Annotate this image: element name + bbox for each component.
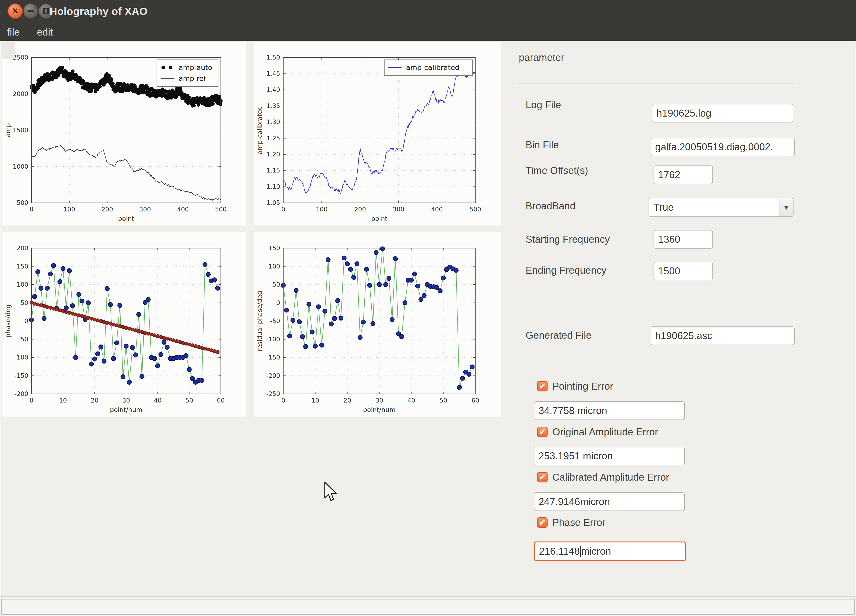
svg-text:500: 500 bbox=[215, 206, 227, 213]
chart-svg: 01002003004005001.051.101.151.201.251.30… bbox=[254, 41, 501, 226]
svg-text:50: 50 bbox=[21, 299, 28, 306]
plot-amp-panel: 01002003004005005001000150020002500point… bbox=[2, 41, 246, 226]
svg-text:1.45: 1.45 bbox=[266, 70, 280, 77]
app-window: × Holography of XAO file edit 0100200300… bbox=[0, 0, 856, 616]
svg-text:1.05: 1.05 bbox=[266, 199, 280, 206]
svg-text:10: 10 bbox=[311, 397, 319, 404]
check-icon: ✔ bbox=[539, 473, 546, 481]
svg-text:1.15: 1.15 bbox=[266, 167, 280, 174]
svg-text:1.30: 1.30 bbox=[266, 118, 280, 125]
original-amplitude-error-value-input[interactable]: 253.1951 micron bbox=[534, 447, 685, 465]
minimize-button[interactable] bbox=[23, 3, 38, 19]
bin-file-input[interactable]: galfa.20050519.diag.0002. bbox=[651, 138, 794, 156]
parameter-section-title: parameter bbox=[519, 52, 564, 63]
svg-text:-200: -200 bbox=[14, 390, 28, 397]
svg-text:-100: -100 bbox=[266, 336, 280, 343]
svg-text:-250: -250 bbox=[266, 390, 280, 397]
pointing-error-checkbox[interactable]: ✔ bbox=[537, 381, 548, 392]
svg-text:-50: -50 bbox=[18, 336, 28, 343]
maximize-icon bbox=[43, 8, 49, 14]
broadband-label: BroadBand bbox=[526, 199, 576, 213]
phase-error-checkbox[interactable]: ✔ bbox=[537, 517, 548, 528]
svg-text:1.40: 1.40 bbox=[266, 86, 280, 93]
generated-file-input[interactable]: h190625.asc bbox=[651, 326, 794, 345]
svg-text:400: 400 bbox=[177, 206, 189, 213]
svg-text:20: 20 bbox=[91, 397, 98, 404]
svg-text:1500: 1500 bbox=[13, 126, 28, 134]
broadband-dropdown[interactable]: True ▾ bbox=[648, 198, 793, 217]
bin-file-label: Bin File bbox=[526, 138, 559, 152]
time-offset-input[interactable]: 1762 bbox=[654, 166, 713, 184]
calibrated-amplitude-error-checkbox[interactable]: ✔ bbox=[537, 472, 548, 482]
svg-text:-150: -150 bbox=[266, 354, 280, 361]
svg-text:60: 60 bbox=[217, 397, 225, 404]
svg-text:1000: 1000 bbox=[13, 163, 28, 170]
check-icon: ✔ bbox=[539, 382, 546, 390]
svg-text:50: 50 bbox=[185, 397, 193, 404]
svg-text:40: 40 bbox=[407, 397, 415, 404]
svg-text:1.35: 1.35 bbox=[266, 102, 280, 109]
svg-text:30: 30 bbox=[376, 397, 383, 404]
chart-svg: 0102030405060-200-150-100-50050100150200… bbox=[2, 232, 246, 416]
phase-error-value-before-caret: 216.1148 bbox=[539, 545, 580, 557]
time-offset-label: Time Offset(s) bbox=[526, 164, 588, 177]
svg-text:point: point bbox=[371, 215, 387, 223]
svg-text:200: 200 bbox=[354, 206, 366, 213]
corner-widget bbox=[2, 41, 15, 59]
svg-text:amp auto: amp auto bbox=[179, 63, 212, 72]
calibrated-amplitude-error-value-input[interactable]: 247.9146micron bbox=[534, 492, 685, 511]
svg-text:amp ref: amp ref bbox=[179, 74, 206, 82]
svg-text:40: 40 bbox=[154, 397, 162, 404]
svg-text:amp: amp bbox=[4, 123, 12, 137]
svg-text:500: 500 bbox=[470, 206, 481, 213]
menu-file[interactable]: file bbox=[4, 25, 23, 39]
svg-text:50: 50 bbox=[439, 397, 447, 404]
svg-text:100: 100 bbox=[316, 206, 328, 213]
plot-residual-phase-panel: 0102030405060-250-200-150-100-5005010015… bbox=[254, 232, 501, 416]
svg-text:amp-calibrated: amp-calibrated bbox=[406, 63, 459, 72]
svg-text:-200: -200 bbox=[266, 372, 280, 379]
svg-text:phase/deg: phase/deg bbox=[4, 304, 12, 338]
starting-frequency-input[interactable]: 1360 bbox=[654, 230, 713, 249]
phase-error-label: Phase Error bbox=[552, 515, 605, 530]
pointing-error-label: Pointing Error bbox=[552, 379, 613, 393]
svg-text:400: 400 bbox=[431, 206, 443, 213]
svg-text:0: 0 bbox=[276, 299, 280, 306]
close-icon: × bbox=[12, 6, 18, 15]
text-caret bbox=[580, 545, 581, 557]
svg-text:100: 100 bbox=[63, 206, 75, 213]
broadband-value: True bbox=[649, 198, 779, 217]
minimize-icon bbox=[28, 11, 34, 12]
svg-text:point: point bbox=[118, 215, 134, 223]
mouse-cursor bbox=[324, 482, 339, 503]
svg-text:0: 0 bbox=[281, 397, 285, 404]
status-bar bbox=[1, 599, 855, 615]
svg-text:-50: -50 bbox=[270, 317, 280, 324]
menu-edit[interactable]: edit bbox=[34, 25, 56, 39]
svg-text:1.20: 1.20 bbox=[266, 151, 280, 158]
svg-text:20: 20 bbox=[343, 397, 351, 404]
status-divider bbox=[0, 596, 856, 597]
svg-text:500: 500 bbox=[17, 199, 28, 206]
phase-error-value-input[interactable]: 216.1148 micron bbox=[534, 542, 686, 561]
close-button[interactable]: × bbox=[8, 3, 23, 19]
chevron-down-icon: ▾ bbox=[784, 203, 788, 212]
titlebar: × Holography of XAO bbox=[0, 0, 856, 22]
log-file-label: Log File bbox=[526, 98, 561, 112]
broadband-dropdown-button[interactable]: ▾ bbox=[779, 198, 793, 217]
plot-amp-calibrated-panel: 01002003004005001.051.101.151.201.251.30… bbox=[254, 41, 501, 226]
svg-text:0: 0 bbox=[29, 206, 33, 213]
ending-frequency-input[interactable]: 1500 bbox=[654, 262, 713, 280]
pointing-error-value-input[interactable]: 34.7758 micron bbox=[534, 401, 685, 420]
check-icon: ✔ bbox=[539, 428, 546, 436]
svg-text:100: 100 bbox=[268, 263, 280, 270]
log-file-input[interactable]: h190625.log bbox=[652, 104, 793, 123]
svg-text:0: 0 bbox=[29, 397, 33, 404]
svg-text:150: 150 bbox=[268, 244, 280, 252]
svg-text:2500: 2500 bbox=[13, 54, 28, 61]
original-amplitude-error-label: Original Amplitude Error bbox=[552, 425, 658, 439]
svg-text:200: 200 bbox=[17, 244, 28, 252]
plot-phase-panel: 0102030405060-200-150-100-50050100150200… bbox=[2, 232, 246, 416]
original-amplitude-error-checkbox[interactable]: ✔ bbox=[537, 427, 548, 437]
svg-text:60: 60 bbox=[471, 397, 479, 404]
